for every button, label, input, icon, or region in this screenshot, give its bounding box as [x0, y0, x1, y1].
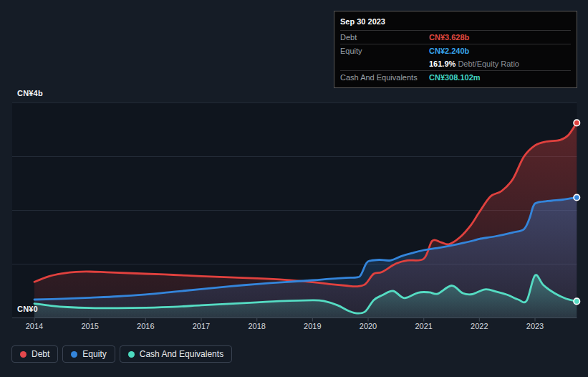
tooltip-row-debt: Debt CN¥3.628b: [340, 30, 571, 44]
chart-tooltip: Sep 30 2023 Debt CN¥3.628b Equity CN¥2.2…: [334, 11, 577, 88]
tooltip-row-ratio: 161.9% Debt/Equity Ratio: [340, 57, 571, 70]
x-axis-label: 2017: [185, 322, 217, 330]
legend-item-equity[interactable]: Equity: [62, 345, 115, 363]
legend: Debt Equity Cash And Equivalents: [11, 345, 232, 363]
tooltip-equity-label: Equity: [340, 47, 429, 55]
endpoint-marker-Equity: [574, 194, 579, 200]
debt-equity-ratio-value: 161.9%: [429, 59, 456, 68]
debt-series-dot-icon: [20, 351, 26, 358]
x-axis-label: 2018: [241, 322, 273, 330]
x-axis-label: 2015: [74, 322, 106, 330]
x-axis-label: 2023: [519, 322, 551, 330]
equity-series-dot-icon: [71, 351, 77, 358]
x-axis-label: 2016: [130, 322, 161, 330]
x-axis-label: 2021: [408, 322, 440, 330]
tooltip-debt-value: CN¥3.628b: [429, 33, 469, 42]
y-axis-max-label: CN¥4b: [17, 89, 43, 97]
cash-series-dot-icon: [128, 351, 135, 358]
legend-label-debt: Debt: [32, 349, 49, 359]
tooltip-cash-label: Cash And Equivalents: [340, 73, 429, 82]
legend-label-cash: Cash And Equivalents: [140, 349, 223, 359]
legend-item-debt[interactable]: Debt: [11, 345, 58, 363]
endpoint-marker-Cash And Equivalents: [574, 298, 579, 304]
x-axis-label: 2019: [297, 322, 328, 330]
endpoint-marker-Debt: [574, 120, 579, 125]
tooltip-cash-value: CN¥308.102m: [429, 73, 481, 82]
x-axis-label: 2014: [19, 322, 50, 330]
tooltip-row-cash: Cash And Equivalents CN¥308.102m: [340, 70, 571, 84]
legend-item-cash[interactable]: Cash And Equivalents: [120, 345, 232, 363]
legend-label-equity: Equity: [82, 349, 106, 359]
debt-equity-ratio-label: Debt/Equity Ratio: [458, 59, 519, 68]
x-axis-label: 2022: [463, 322, 495, 330]
tooltip-equity-value: CN¥2.240b: [429, 47, 469, 55]
tooltip-debt-label: Debt: [340, 33, 429, 42]
tooltip-date: Sep 30 2023: [340, 14, 571, 30]
tooltip-row-equity: Equity CN¥2.240b: [340, 44, 571, 57]
x-axis-label: 2020: [352, 322, 384, 330]
y-axis-zero-label: CN¥0: [17, 305, 38, 313]
